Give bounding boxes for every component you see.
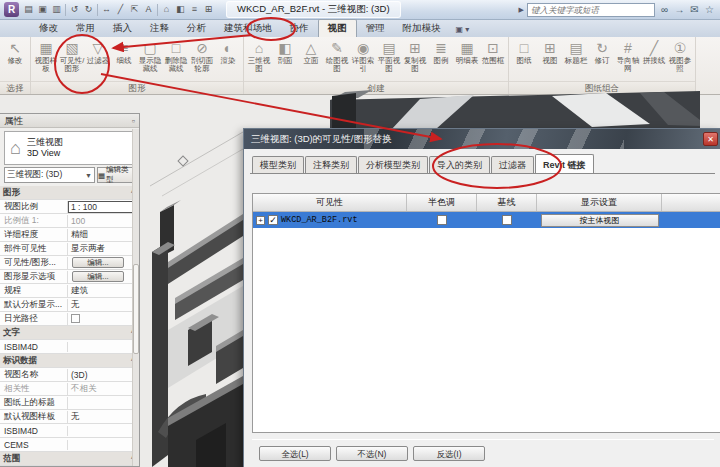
ribbon-tab-8[interactable]: 管理 bbox=[357, 20, 394, 37]
title-block-button[interactable]: ▤标题栏 bbox=[563, 39, 589, 65]
app-logo-icon[interactable]: R bbox=[4, 2, 19, 17]
col-visibility[interactable]: 可见性 bbox=[253, 194, 407, 211]
property-row[interactable]: 默认分析显示...无 bbox=[0, 298, 139, 312]
thin-lines-button[interactable]: ≡细线 bbox=[111, 39, 137, 65]
dialog-tab-4[interactable]: 过滤器 bbox=[491, 156, 534, 174]
cursor-button[interactable]: ↖修改 bbox=[2, 39, 28, 65]
filter-button[interactable]: ▽过滤器 bbox=[85, 39, 111, 65]
matchline-button[interactable]: ╱拼接线 bbox=[641, 39, 667, 65]
undo-icon[interactable]: ↺ bbox=[68, 3, 81, 16]
revision-button[interactable]: ↻修订 bbox=[589, 39, 615, 65]
cut-profile-button[interactable]: ⊘剖切面轮廓 bbox=[189, 39, 215, 73]
close-icon[interactable]: ✕ bbox=[703, 132, 718, 146]
scope-box-button[interactable]: ⊡范围框 bbox=[480, 39, 506, 65]
edit-type-button[interactable]: ▦ 编辑类型 bbox=[97, 167, 135, 183]
text-icon[interactable]: A bbox=[142, 3, 155, 16]
underlay-checkbox[interactable] bbox=[502, 215, 512, 225]
property-value[interactable]: 精细 bbox=[68, 229, 139, 241]
sheet-button[interactable]: □图纸 bbox=[511, 39, 537, 65]
display-settings-button[interactable]: 按主体视图 bbox=[541, 214, 659, 227]
edit-button[interactable]: 编辑... bbox=[72, 271, 124, 282]
property-row[interactable]: 视图比例1 : 100 bbox=[0, 200, 139, 214]
visibility-checkbox[interactable]: ✓ bbox=[268, 215, 278, 225]
col-halftone[interactable]: 半色调 bbox=[407, 194, 477, 211]
property-value[interactable]: 1 : 100 bbox=[68, 201, 137, 213]
expand-icon[interactable]: + bbox=[256, 216, 265, 225]
view-type-dropdown[interactable]: 三维视图: (3D) ▼ bbox=[4, 167, 95, 183]
legend-button[interactable]: ≣图例 bbox=[428, 39, 454, 65]
select-all-button[interactable]: 全选(L) bbox=[259, 446, 331, 461]
schedule-button[interactable]: ▦明细表 bbox=[454, 39, 480, 65]
ribbon-tab-3[interactable]: 注释 bbox=[141, 20, 178, 37]
save-icon[interactable]: ▣ bbox=[36, 3, 49, 16]
invert-button[interactable]: 反选(I) bbox=[413, 446, 485, 461]
ribbon-tab-2[interactable]: 插入 bbox=[104, 20, 141, 37]
dialog-tab-5[interactable]: Revit 链接 bbox=[535, 154, 594, 174]
col-display-settings[interactable]: 显示设置 bbox=[537, 194, 662, 211]
edit-button[interactable]: 编辑... bbox=[72, 257, 124, 268]
property-row[interactable]: 日光路径 bbox=[0, 312, 139, 326]
type-selector[interactable]: ⌂ 三维视图 3D View bbox=[4, 131, 135, 165]
palette-pin-icon[interactable]: ▫ bbox=[132, 115, 135, 126]
redo-icon[interactable]: ↻ bbox=[82, 3, 95, 16]
viewport-button[interactable]: ⊞视图 bbox=[537, 39, 563, 65]
property-row[interactable]: ISBIM4D bbox=[0, 340, 139, 354]
property-value[interactable]: 显示两者 bbox=[68, 243, 139, 255]
select-none-button[interactable]: 不选(N) bbox=[336, 446, 408, 461]
col-underlay[interactable]: 基线 bbox=[477, 194, 537, 211]
duplicate-view-button[interactable]: ⊞复制视图 bbox=[402, 39, 428, 73]
remove-hidden-button[interactable]: □删除隐藏线 bbox=[163, 39, 189, 73]
dimension-icon[interactable]: ⇱ bbox=[128, 3, 141, 16]
property-value[interactable]: (3D) bbox=[68, 370, 139, 380]
property-row[interactable]: 默认视图样板无 bbox=[0, 410, 139, 424]
property-row[interactable]: ISBIM4D bbox=[0, 424, 139, 438]
property-value[interactable]: 无 bbox=[68, 299, 139, 311]
property-value[interactable]: 不相关 bbox=[68, 383, 139, 395]
3d-view-button[interactable]: ⌂三维视图 bbox=[246, 39, 272, 73]
sign-in-icon[interactable]: → bbox=[673, 4, 686, 15]
show-hidden-button[interactable]: ▢显示隐藏线 bbox=[137, 39, 163, 73]
table-row[interactable]: + ✓ WKCD_AR_B2F.rvt 按主体视图 bbox=[253, 212, 720, 228]
ribbon-tab-0[interactable]: 修改 bbox=[30, 20, 67, 37]
property-row[interactable]: 图形显示选项编辑... bbox=[0, 270, 139, 284]
halftone-checkbox[interactable] bbox=[437, 215, 447, 225]
section-icon[interactable]: ◧ bbox=[174, 3, 187, 16]
dialog-tab-3[interactable]: 导入的类别 bbox=[429, 156, 490, 174]
modify-states-icon[interactable]: ▣ ▾ bbox=[456, 25, 470, 37]
ribbon-tab-1[interactable]: 常用 bbox=[67, 20, 104, 37]
section-button[interactable]: ◧剖面 bbox=[272, 39, 298, 65]
guide-grid-button[interactable]: #导向轴网 bbox=[615, 39, 641, 73]
draw-line-icon[interactable]: ╱ bbox=[114, 3, 127, 16]
scrollbar-thumb[interactable] bbox=[133, 264, 139, 354]
property-value[interactable]: 建筑 bbox=[68, 285, 139, 297]
drafting-view-button[interactable]: ✎绘图视图 bbox=[324, 39, 350, 73]
property-row[interactable]: 比例值 1:100 bbox=[0, 214, 139, 228]
plan-view-button[interactable]: ▤平面视图 bbox=[376, 39, 402, 73]
property-row[interactable]: 图形^ bbox=[0, 186, 139, 200]
properties-header[interactable]: 属性 ▫ bbox=[0, 114, 139, 128]
search-icon[interactable]: ∞ bbox=[658, 4, 671, 15]
favorites-icon[interactable]: ☆ bbox=[703, 4, 716, 15]
dialog-tab-1[interactable]: 注释类别 bbox=[305, 156, 357, 174]
ribbon-tab-6[interactable]: 协作 bbox=[281, 20, 318, 37]
dialog-tab-2[interactable]: 分析模型类别 bbox=[358, 156, 428, 174]
measure-icon[interactable]: ↔ bbox=[100, 3, 113, 16]
dialog-tab-0[interactable]: 模型类别 bbox=[252, 156, 304, 174]
property-row[interactable]: 详细程度精细 bbox=[0, 228, 139, 242]
ribbon-tab-5[interactable]: 建筑和场地 bbox=[215, 20, 281, 37]
callout-button[interactable]: ◉详图索引 bbox=[350, 39, 376, 73]
property-row[interactable]: CEMS bbox=[0, 438, 139, 452]
elevation-button[interactable]: △立面 bbox=[298, 39, 324, 65]
property-row[interactable]: 可见性/图形...编辑... bbox=[0, 256, 139, 270]
dialog-title-bar[interactable]: 三维视图: (3D)的可见性/图形替换 ✕ bbox=[244, 129, 720, 149]
open-icon[interactable]: ▤ bbox=[22, 3, 35, 16]
ribbon-tab-9[interactable]: 附加模块 bbox=[394, 20, 450, 37]
search-expand-icon[interactable]: ▶ bbox=[519, 6, 524, 14]
property-row[interactable]: 部件可见性显示两者 bbox=[0, 242, 139, 256]
property-row[interactable]: 相关性不相关 bbox=[0, 382, 139, 396]
property-row[interactable]: 视图名称(3D) bbox=[0, 368, 139, 382]
visibility-graphics-button[interactable]: ▧可见性/图形 bbox=[59, 39, 85, 73]
property-value[interactable]: 100 bbox=[68, 216, 139, 226]
property-row[interactable]: 范围^ bbox=[0, 452, 139, 466]
ribbon-tab-4[interactable]: 分析 bbox=[178, 20, 215, 37]
